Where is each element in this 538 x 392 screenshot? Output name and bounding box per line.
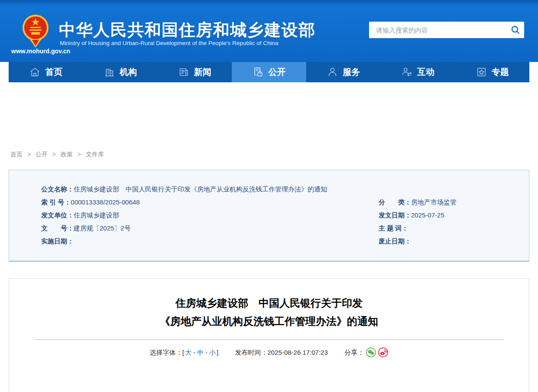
dash: - bbox=[193, 349, 195, 356]
meta-row-title: 公文名称：住房城乡建设部 中国人民银行关于印发《房地产从业机构反洗钱工作管理办法… bbox=[41, 183, 529, 196]
interaction-icon bbox=[401, 66, 413, 78]
site-url: www.mohurd.gov.cn bbox=[11, 48, 70, 55]
meta-value: 000013338/2025-00648 bbox=[71, 198, 139, 206]
meta-label: 废止日期： bbox=[379, 237, 411, 245]
meta-value: 建房规〔2025〕2号 bbox=[74, 224, 131, 232]
breadcrumb-item-library[interactable]: 文件库 bbox=[86, 151, 104, 158]
meta-label: 发文日期： bbox=[379, 211, 411, 219]
meta-label: 分 类： bbox=[379, 198, 411, 206]
meta-row: 发文单位：住房城乡建设部 发文日期：2025-07-25 bbox=[41, 209, 529, 222]
bracket: [ bbox=[182, 349, 184, 356]
article-meta-bar: 选择字体：[大-中-小] 发布时间：2025-08-26 17:07:23 分享… bbox=[9, 347, 529, 359]
bracket: ] bbox=[217, 349, 218, 356]
article-title-line1: 住房城乡建设部 中国人民银行关于印发 bbox=[175, 297, 363, 309]
breadcrumb-separator: > bbox=[52, 151, 56, 158]
breadcrumb-separator: > bbox=[78, 151, 81, 158]
nav-item-disclosure[interactable]: 公开 bbox=[232, 62, 306, 82]
article-card: 住房城乡建设部 中国人民银行关于印发 《房地产从业机构反洗钱工作管理办法》的通知… bbox=[9, 278, 529, 392]
special-topic-star-icon bbox=[476, 66, 487, 78]
site-subtitle: Ministry of Housing and Urban-Rural Deve… bbox=[60, 40, 279, 46]
site-title: 中华人民共和国住房和城乡建设部 bbox=[59, 19, 316, 41]
national-emblem-icon bbox=[22, 14, 49, 50]
nav-item-interaction[interactable]: 互动 bbox=[381, 62, 455, 82]
dash: - bbox=[205, 349, 207, 356]
news-icon bbox=[178, 66, 190, 78]
breadcrumb-item-disclosure[interactable]: 公开 bbox=[36, 151, 48, 158]
meta-label: 主 题 词： bbox=[379, 224, 408, 232]
search-icon[interactable] bbox=[507, 22, 524, 38]
search-box bbox=[369, 22, 524, 38]
nav-item-label: 服务 bbox=[343, 66, 360, 78]
font-size-large-button[interactable]: 大 bbox=[185, 349, 191, 356]
search-input[interactable] bbox=[369, 22, 507, 38]
meta-label: 文 号： bbox=[41, 224, 74, 232]
nav-item-label: 专题 bbox=[492, 66, 509, 78]
breadcrumb-item-policy[interactable]: 政策 bbox=[61, 151, 73, 158]
wechat-icon[interactable] bbox=[366, 347, 376, 359]
nav-item-special-topic[interactable]: 专题 bbox=[455, 62, 529, 82]
weibo-icon[interactable] bbox=[378, 347, 388, 359]
nav-item-service[interactable]: 服务 bbox=[306, 62, 381, 82]
main-nav: 首页 机构 新闻 bbox=[9, 62, 529, 82]
nav-item-label: 公开 bbox=[269, 66, 286, 78]
meta-label: 公文名称： bbox=[41, 185, 74, 193]
doc-meta-card: 公文名称：住房城乡建设部 中国人民银行关于印发《房地产从业机构反洗钱工作管理办法… bbox=[9, 170, 529, 262]
breadcrumb: 首页 > 公开 > 政策 > 文件库 bbox=[10, 151, 538, 159]
organization-icon bbox=[104, 66, 115, 78]
nav-item-label: 机构 bbox=[120, 66, 137, 78]
meta-value: 住房城乡建设部 bbox=[74, 211, 119, 219]
meta-value: 房地产市场监管 bbox=[411, 198, 457, 206]
nav-item-home[interactable]: 首页 bbox=[9, 62, 83, 82]
meta-value: 住房城乡建设部 中国人民银行关于印发《房地产从业机构反洗钱工作管理办法》的通知 bbox=[74, 185, 327, 193]
title-divider bbox=[34, 339, 504, 340]
meta-label: 索 引 号： bbox=[41, 198, 71, 206]
breadcrumb-separator: > bbox=[27, 151, 31, 158]
font-size-medium-button[interactable]: 中 bbox=[197, 349, 204, 356]
article-paragraph: 各省、自治区住房城乡建设厅，直辖市住房城乡建设（管）委，新疆生产建设兵团住房城乡… bbox=[34, 390, 504, 392]
font-size-label: 选择字体： bbox=[150, 349, 182, 356]
nav-item-label: 首页 bbox=[45, 66, 62, 78]
nav-item-news[interactable]: 新闻 bbox=[157, 62, 232, 82]
publish-time-label: 发布时间： bbox=[235, 349, 268, 356]
site-header: 中华人民共和国住房和城乡建设部 Ministry of Housing and … bbox=[0, 0, 538, 62]
meta-label: 实施日期： bbox=[41, 237, 74, 245]
home-icon bbox=[29, 66, 41, 78]
font-size-small-button[interactable]: 小 bbox=[209, 349, 216, 356]
service-person-icon bbox=[327, 66, 338, 78]
meta-value: 2025-07-25 bbox=[411, 211, 444, 219]
disclosure-lock-icon bbox=[253, 66, 264, 78]
share-label: 分享： bbox=[344, 349, 364, 356]
meta-row: 实施日期： 废止日期： bbox=[41, 235, 529, 248]
page: 中华人民共和国住房和城乡建设部 Ministry of Housing and … bbox=[0, 0, 538, 392]
nav-item-label: 互动 bbox=[417, 66, 434, 78]
breadcrumb-item-home[interactable]: 首页 bbox=[10, 151, 23, 158]
article-title: 住房城乡建设部 中国人民银行关于印发 《房地产从业机构反洗钱工作管理办法》的通知 bbox=[9, 294, 529, 330]
nav-item-organization[interactable]: 机构 bbox=[83, 62, 158, 82]
meta-row: 索 引 号：000013338/2025-00648 分 类：房地产市场监管 bbox=[41, 196, 529, 209]
meta-row: 文 号：建房规〔2025〕2号 主 题 词： bbox=[41, 222, 529, 235]
nav-item-label: 新闻 bbox=[194, 66, 211, 78]
meta-label: 发文单位： bbox=[41, 211, 74, 219]
article-title-line2: 《房地产从业机构反洗钱工作管理办法》的通知 bbox=[160, 315, 378, 327]
publish-time-value: 2025-08-26 17:07:23 bbox=[268, 349, 328, 356]
